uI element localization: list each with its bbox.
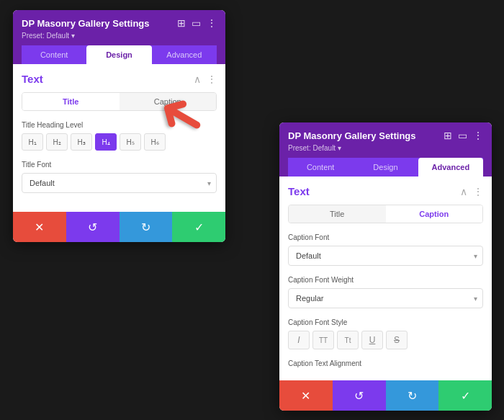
tab-advanced-right[interactable]: Advanced: [418, 158, 483, 177]
caption-align-label: Caption Text Alignment: [288, 359, 483, 367]
left-section-title: Text: [22, 73, 43, 85]
right-panel-title: DP Masonry Gallery Settings: [288, 130, 416, 141]
style-underline[interactable]: U: [361, 331, 383, 349]
right-panel-body: Text ∧ ⋮ Title Caption Caption Font Defa…: [279, 177, 492, 380]
right-collapse-icon[interactable]: ∧: [460, 186, 467, 197]
left-section-header: Text ∧ ⋮: [22, 73, 217, 85]
right-panel-preset[interactable]: Preset: Default ▾: [288, 144, 483, 152]
right-section-header: Text ∧ ⋮: [288, 185, 483, 197]
subtab-title-right[interactable]: Title: [289, 205, 386, 223]
expand-icon[interactable]: ⊞: [177, 17, 186, 29]
caption-weight-label: Caption Font Weight: [288, 276, 483, 284]
right-expand-icon[interactable]: ⊞: [444, 130, 452, 141]
left-panel-footer: ✕ ↺ ↻ ✓: [13, 212, 225, 242]
redo-button-right[interactable]: ↻: [386, 380, 439, 411]
font-select-left[interactable]: Default: [22, 173, 217, 193]
font-label-left: Title Font: [22, 161, 217, 169]
heading-h6[interactable]: H₆: [144, 133, 166, 151]
header-icons: ⊞ ▭ ⋮: [177, 17, 217, 29]
heading-level-label: Title Heading Level: [22, 121, 217, 129]
font-select-wrapper-left: Default ▾: [22, 173, 217, 193]
right-sub-tabs: Title Caption: [288, 205, 483, 223]
right-more-icon[interactable]: ⋮: [473, 130, 483, 141]
right-panel-footer: ✕ ↺ ↻ ✓: [279, 380, 492, 411]
caption-weight-select[interactable]: Regular: [288, 288, 483, 308]
right-section-icons: ∧ ⋮: [460, 186, 483, 197]
left-panel-title: DP Masonry Gallery Settings: [22, 18, 150, 29]
save-button-left[interactable]: ✓: [172, 212, 225, 242]
heading-h5[interactable]: H₅: [120, 133, 141, 151]
more-icon[interactable]: ⋮: [207, 17, 217, 29]
style-uppercase[interactable]: TT: [312, 331, 334, 349]
subtab-caption-right[interactable]: Caption: [386, 205, 483, 223]
style-strikethrough[interactable]: S: [386, 331, 408, 349]
tab-design-left[interactable]: Design: [86, 45, 151, 64]
reset-button-right[interactable]: ↺: [333, 380, 386, 411]
subtab-caption-left[interactable]: Caption: [120, 93, 217, 110]
tab-advanced-left[interactable]: Advanced: [152, 45, 217, 64]
left-panel-body: Text ∧ ⋮ Title Caption Title Heading Lev…: [13, 64, 225, 212]
right-header-icons: ⊞ ▭ ⋮: [444, 130, 483, 141]
caption-weight-select-wrapper: Regular ▾: [288, 288, 483, 308]
redo-button-left[interactable]: ↻: [120, 212, 173, 242]
tab-design-right[interactable]: Design: [353, 158, 418, 177]
cancel-button-right[interactable]: ✕: [279, 380, 333, 411]
left-panel-preset[interactable]: Preset: Default ▾: [22, 32, 217, 40]
right-panel: DP Masonry Gallery Settings ⊞ ▭ ⋮ Preset…: [279, 122, 492, 411]
caption-style-label: Caption Font Style: [288, 318, 483, 326]
caption-font-label: Caption Font: [288, 233, 483, 241]
tab-content-left[interactable]: Content: [22, 45, 86, 64]
heading-levels: H₁ H₂ H₃ H₄ H₅ H₆: [22, 133, 217, 151]
heading-h4[interactable]: H₄: [95, 133, 117, 151]
caption-font-select-wrapper: Default ▾: [288, 246, 483, 266]
left-panel-tabs: Content Design Advanced: [22, 45, 217, 64]
collapse-icon[interactable]: ∧: [194, 73, 201, 85]
left-sub-tabs: Title Caption: [22, 92, 217, 111]
right-section-title: Text: [288, 185, 310, 197]
subtab-title-left[interactable]: Title: [22, 93, 120, 110]
reset-button-left[interactable]: ↺: [66, 212, 120, 242]
save-button-right[interactable]: ✓: [438, 380, 492, 411]
heading-h3[interactable]: H₃: [71, 133, 92, 151]
font-style-buttons: I TT Tt U S: [288, 331, 483, 349]
caption-font-select[interactable]: Default: [288, 246, 483, 266]
section-more-icon[interactable]: ⋮: [207, 73, 217, 85]
cancel-button-left[interactable]: ✕: [13, 212, 66, 242]
style-italic[interactable]: I: [288, 331, 310, 349]
right-layout-icon[interactable]: ▭: [458, 130, 467, 141]
tab-content-right[interactable]: Content: [288, 158, 353, 177]
right-section-more-icon[interactable]: ⋮: [473, 186, 483, 197]
left-panel: DP Masonry Gallery Settings ⊞ ▭ ⋮ Preset…: [13, 10, 225, 242]
layout-icon[interactable]: ▭: [192, 17, 201, 29]
right-panel-tabs: Content Design Advanced: [288, 158, 483, 177]
section-icons: ∧ ⋮: [194, 73, 217, 85]
heading-h2[interactable]: H₂: [46, 133, 68, 151]
style-capitalize[interactable]: Tt: [337, 331, 359, 349]
left-panel-header: DP Masonry Gallery Settings ⊞ ▭ ⋮ Preset…: [13, 10, 225, 64]
right-panel-header: DP Masonry Gallery Settings ⊞ ▭ ⋮ Preset…: [279, 122, 492, 177]
heading-h1[interactable]: H₁: [22, 133, 43, 151]
